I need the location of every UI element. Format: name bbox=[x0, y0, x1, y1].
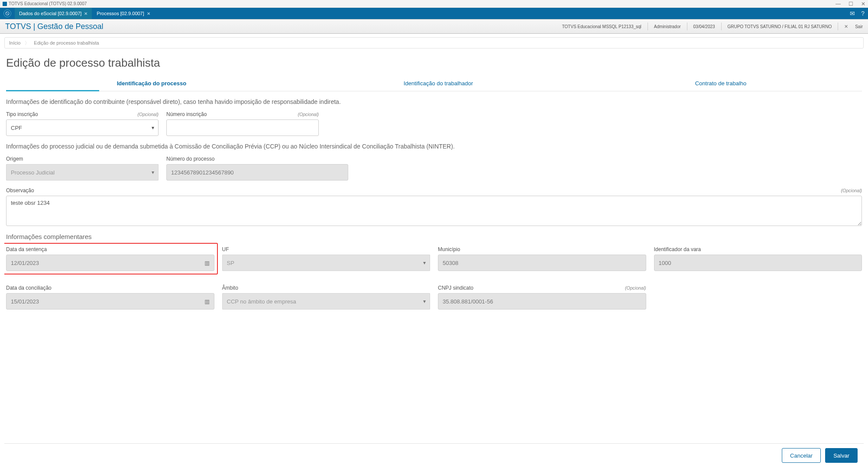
window-minimize-icon[interactable]: — bbox=[836, 1, 841, 7]
field-uf: UF SP ▾ bbox=[222, 246, 431, 278]
tab-label: Dados do eSocial [02.9.0007] bbox=[19, 11, 81, 16]
data-conciliacao-label: Data da conciliação bbox=[6, 285, 52, 291]
municipio-input: 50308 bbox=[438, 255, 646, 271]
observacao-label: Observação bbox=[6, 187, 34, 194]
optional-hint: (Opcional) bbox=[298, 112, 319, 117]
ambito-select: CCP no âmbito de empresa bbox=[222, 293, 431, 310]
ribbon-company: GRUPO TOTVS SATURNO / FILIAL 01 RJ SATUR… bbox=[728, 24, 832, 29]
breadcrumb-home[interactable]: Início bbox=[9, 40, 20, 45]
logout-link[interactable]: Sair bbox=[855, 24, 863, 29]
field-tipo-inscricao: Tipo inscrição (Opcional) CPF ▾ bbox=[6, 111, 159, 136]
tipo-inscricao-select[interactable]: CPF bbox=[6, 119, 159, 136]
tab-identificacao-processo[interactable]: Identificação do processo bbox=[6, 76, 297, 91]
tab-identificacao-trabalhador[interactable]: Identificação do trabalhador bbox=[297, 76, 580, 91]
calendar-icon: ▥ bbox=[204, 260, 210, 266]
tab-processos[interactable]: Processos [02.9.0007] ✕ bbox=[92, 8, 155, 19]
observacao-textarea[interactable]: teste obsr 1234 bbox=[6, 196, 862, 226]
origem-select: Processo Judicial bbox=[6, 164, 159, 181]
page-title: Edição de processo trabalhista bbox=[6, 56, 862, 70]
field-numero-processo: Número do processo 12345678901234567890 bbox=[166, 156, 348, 181]
nav-back-icon[interactable] bbox=[3, 10, 11, 17]
section3-title: Informações complementares bbox=[6, 233, 862, 240]
data-sentenca-label: Data da sentença bbox=[6, 246, 47, 252]
window-titlebar: TOTVS Educacional (TOTVS) 02.9.0007 — ☐ … bbox=[0, 0, 868, 8]
svg-line-1 bbox=[6, 12, 9, 15]
brand-title: TOTVS | Gestão de Pessoal bbox=[5, 22, 103, 31]
field-municipio: Município 50308 bbox=[438, 246, 646, 278]
section1-description: Informações de identificação do contribu… bbox=[6, 98, 862, 105]
field-observacao: Observação (Opcional) teste obsr 1234 bbox=[6, 187, 862, 226]
field-cnpj-sindicato: CNPJ sindicato (Opcional) 35.808.881/000… bbox=[438, 285, 646, 310]
mail-icon[interactable]: ✉ bbox=[850, 10, 855, 17]
window-title: TOTVS Educacional (TOTVS) 02.9.0007 bbox=[9, 1, 87, 6]
tab-close-icon[interactable]: ✕ bbox=[147, 11, 150, 16]
identificador-vara-label: Identificador da vara bbox=[654, 246, 701, 252]
field-identificador-vara: Identificador da vara 1000 bbox=[654, 246, 862, 278]
app-tabstrip: Dados do eSocial [02.9.0007] ✕ Processos… bbox=[0, 8, 868, 19]
tab-close-icon[interactable]: ✕ bbox=[84, 11, 87, 16]
tab-dados-esocial[interactable]: Dados do eSocial [02.9.0007] ✕ bbox=[15, 8, 92, 19]
breadcrumb: Início 〉 Edição de processo trabalhista bbox=[4, 37, 864, 48]
numero-processo-label: Número do processo bbox=[166, 156, 214, 162]
uf-select: SP bbox=[222, 255, 431, 271]
ribbon-date: 03/04/2023 bbox=[693, 24, 715, 29]
tab-label: Processos [02.9.0007] bbox=[97, 11, 144, 16]
municipio-label: Município bbox=[438, 246, 460, 252]
breadcrumb-separator: 〉 bbox=[25, 40, 29, 46]
identificador-vara-input: 1000 bbox=[654, 255, 862, 271]
window-close-icon[interactable]: ✕ bbox=[861, 1, 865, 7]
breadcrumb-current: Edição de processo trabalhista bbox=[34, 40, 99, 45]
tipo-inscricao-label: Tipo inscrição bbox=[6, 111, 38, 117]
origem-label: Origem bbox=[6, 156, 23, 162]
tab-contrato-trabalho[interactable]: Contrato de trabalho bbox=[580, 76, 862, 91]
field-data-conciliacao: Data da conciliação 15/01/2023 ▥ bbox=[6, 285, 214, 310]
field-origem: Origem Processo Judicial ▾ bbox=[6, 156, 159, 181]
numero-processo-input: 12345678901234567890 bbox=[166, 164, 348, 181]
ribbon-user: Administrador bbox=[654, 24, 681, 29]
optional-hint: (Opcional) bbox=[841, 188, 862, 193]
save-button[interactable]: Salvar bbox=[825, 448, 858, 463]
cnpj-sindicato-input: 35.808.881/0001-56 bbox=[438, 293, 646, 310]
window-maximize-icon[interactable]: ☐ bbox=[849, 1, 853, 7]
field-numero-inscricao: Número inscrição (Opcional) bbox=[166, 111, 319, 136]
close-icon[interactable]: ✕ bbox=[844, 24, 848, 29]
calendar-icon: ▥ bbox=[204, 298, 210, 305]
uf-label: UF bbox=[222, 246, 229, 252]
optional-hint: (Opcional) bbox=[138, 112, 159, 117]
section2-description: Informações do processo judicial ou de d… bbox=[6, 143, 862, 150]
help-icon[interactable]: ? bbox=[861, 10, 865, 17]
inner-tabs: Identificação do processo Identificação … bbox=[6, 76, 862, 91]
numero-inscricao-label: Número inscrição bbox=[166, 111, 207, 117]
numero-inscricao-input[interactable] bbox=[166, 119, 319, 136]
cnpj-sindicato-label: CNPJ sindicato bbox=[438, 285, 473, 291]
ribbon-db: TOTVS Educacional MSSQL P12133_sql bbox=[562, 24, 641, 29]
footer-actions: Cancelar Salvar bbox=[4, 443, 864, 468]
highlight-data-sentenca: Data da sentença 12/01/2023 ▥ bbox=[4, 243, 218, 274]
app-icon bbox=[3, 2, 7, 6]
data-sentenca-input: 12/01/2023 ▥ bbox=[6, 255, 214, 271]
cancel-button[interactable]: Cancelar bbox=[782, 448, 821, 463]
main-area: Início 〉 Edição de processo trabalhista … bbox=[0, 34, 868, 468]
ambito-label: Âmbito bbox=[222, 285, 238, 291]
data-conciliacao-input: 15/01/2023 ▥ bbox=[6, 293, 214, 310]
optional-hint: (Opcional) bbox=[625, 285, 646, 290]
form-body: Informações de identificação do contribu… bbox=[4, 91, 864, 443]
field-ambito: Âmbito CCP no âmbito de empresa ▾ bbox=[222, 285, 431, 310]
ribbon-header: TOTVS | Gestão de Pessoal TOTVS Educacio… bbox=[0, 19, 868, 34]
field-data-sentenca: Data da sentença 12/01/2023 ▥ bbox=[6, 246, 214, 271]
